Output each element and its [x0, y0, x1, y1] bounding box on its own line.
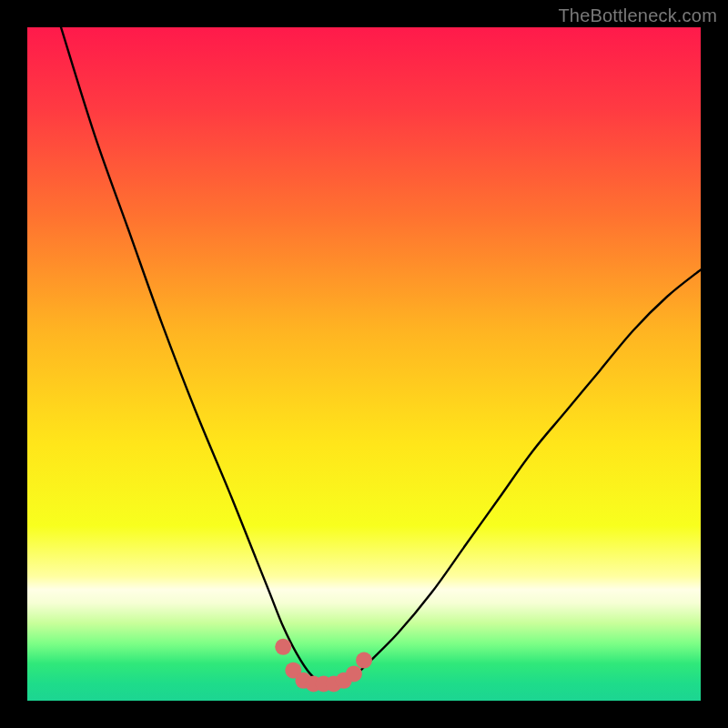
gradient-background: [27, 27, 701, 701]
marker-dot: [346, 665, 362, 682]
watermark-text: TheBottleneck.com: [558, 5, 717, 26]
chart-svg: [27, 27, 701, 701]
marker-dot: [275, 639, 291, 655]
plot-area: [27, 27, 701, 701]
marker-dot: [356, 652, 372, 669]
chart-frame: TheBottleneck.com: [0, 0, 728, 728]
